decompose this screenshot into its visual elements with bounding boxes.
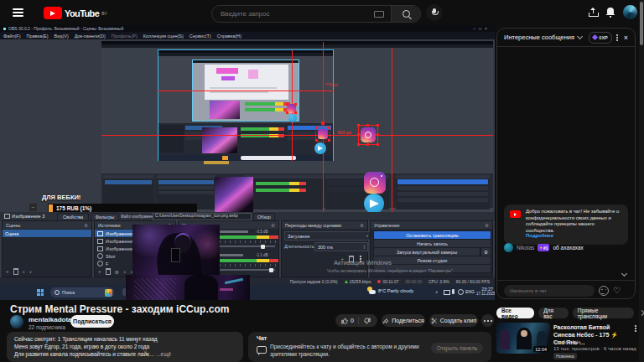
obs-menu-item: Док-панели(D) bbox=[75, 34, 106, 39]
instagram-source-selected bbox=[358, 125, 378, 145]
overlay-webcam-label: ДЛЯ ВЕБКИ! bbox=[42, 194, 80, 201]
related-video-menu-icon[interactable] bbox=[634, 324, 637, 333]
obs-menu-item: Справка(H) bbox=[217, 34, 242, 39]
instagram-icon-selected bbox=[315, 127, 330, 142]
emoji-icon[interactable] bbox=[599, 286, 609, 296]
youtube-region-label: BY bbox=[101, 11, 107, 16]
chat-welcome-more-link[interactable]: Подробнее bbox=[526, 233, 553, 238]
telegram-icon bbox=[288, 114, 297, 122]
chat-menu-icon[interactable] bbox=[615, 34, 619, 42]
user-avatar[interactable] bbox=[623, 5, 637, 19]
guide-distance-label: 775 px bbox=[325, 82, 338, 87]
video-player[interactable]: OBS 30.0.2 - Профиль: Безымянный - Сцены… bbox=[0, 25, 495, 300]
obs-menu-item: Коллекция сцен(S) bbox=[143, 34, 184, 39]
obs-window-title: OBS 30.0.2 - Профиль: Безымянный - Сцены… bbox=[8, 26, 123, 31]
upload-icon[interactable] bbox=[589, 8, 599, 17]
thumbs-down-icon bbox=[364, 318, 371, 324]
hamburger-menu-icon[interactable] bbox=[13, 8, 23, 17]
transition-select: Затухание▾ bbox=[284, 231, 371, 240]
obs-menu-item: Профиль(P) bbox=[112, 34, 138, 39]
chat-header: Интересные сообщения 0XP × bbox=[497, 28, 635, 47]
youtube-play-icon bbox=[44, 7, 62, 19]
chat-scroll-down-icon[interactable] bbox=[621, 271, 627, 277]
voice-search-button[interactable] bbox=[426, 4, 443, 21]
guide-line-vertical bbox=[392, 48, 392, 212]
open-chat-panel-button[interactable]: Открыть панель bbox=[431, 343, 483, 354]
dislike-button[interactable] bbox=[359, 318, 376, 324]
chip-all-videos[interactable]: Все видео bbox=[496, 308, 534, 318]
donation-goal-text: 175 RUB (1%) bbox=[56, 205, 91, 211]
scrollbar-thumb[interactable] bbox=[640, 2, 643, 45]
related-filter-chips: Все видео Для вас Прямые трансляции bbox=[496, 308, 644, 318]
channel-name[interactable]: mentalkadota1 bbox=[29, 316, 75, 323]
related-video-item[interactable]: 12:04 Расколотая Битвой Синева Небес - 1… bbox=[496, 323, 637, 360]
share-button[interactable]: Поделиться bbox=[382, 314, 425, 327]
star-icon: ★ bbox=[539, 246, 543, 250]
like-count: 0 bbox=[351, 318, 354, 323]
channel-avatar[interactable] bbox=[10, 315, 23, 328]
subscribe-button[interactable]: Подписаться bbox=[70, 315, 114, 328]
chat-close-icon[interactable]: × bbox=[624, 34, 628, 42]
like-button[interactable]: 0 bbox=[337, 318, 358, 324]
more-actions-button[interactable] bbox=[481, 314, 494, 327]
webcam-window-bottom bbox=[126, 275, 250, 300]
taskbar-search-highlight-icon bbox=[105, 289, 112, 297]
create-clip-button[interactable]: Создать клип bbox=[429, 314, 478, 327]
dropped-frames: Пропуск кадров 0 (0.0%) bbox=[290, 279, 338, 284]
windows-activation-watermark: Активация Windows bbox=[334, 259, 392, 266]
chat-message: Nikolas ★ #1 об ахахахах bbox=[504, 243, 584, 252]
guide-line-horizontal bbox=[101, 135, 493, 136]
search-bar bbox=[211, 5, 421, 23]
chat-author-badge: ★ #1 bbox=[538, 244, 549, 251]
chat-welcome-text: Добро пожаловать в чат! Не забывайте о к… bbox=[526, 209, 623, 234]
chat-author-name[interactable]: Nikolas bbox=[517, 245, 534, 251]
new-badge: Новинка bbox=[553, 353, 577, 359]
youtube-logo-text: YouTube bbox=[65, 8, 99, 18]
keyboard-icon[interactable] bbox=[374, 11, 384, 18]
mixer-level-label: -1.1 dB bbox=[256, 253, 268, 257]
chat-input-row: ♡ bbox=[504, 285, 630, 297]
like-dislike-buttons: 0 bbox=[335, 314, 377, 327]
chips-scroll-right-icon[interactable] bbox=[639, 310, 644, 316]
guide-distance-label: 423 px bbox=[337, 130, 351, 135]
chat-teaser-text: Присоединяйтесь к чату и общайтесь с авт… bbox=[270, 344, 429, 359]
telegram-icon bbox=[364, 194, 384, 214]
search-button[interactable] bbox=[391, 6, 420, 22]
xp-badge[interactable]: 0XP bbox=[589, 32, 611, 44]
related-video-meta: 13 тыс. просмотров · 6 часов назад bbox=[553, 346, 636, 351]
chip-for-you[interactable]: Для вас bbox=[538, 308, 569, 318]
search-input[interactable] bbox=[212, 10, 374, 18]
chevron-down-icon[interactable] bbox=[577, 34, 583, 39]
description-more-link[interactable]: ...ещё bbox=[156, 351, 171, 357]
scene-item: Сцена bbox=[3, 230, 91, 237]
rec-timer: 00:00:00 bbox=[405, 279, 421, 284]
scissors-icon bbox=[431, 318, 438, 324]
channel-subscribers: 22 подписчика bbox=[29, 324, 65, 330]
related-video-channel[interactable]: KinoMix Lite bbox=[553, 339, 581, 344]
description-box[interactable]: Сейчас смотрят: 1 Трансляция началась 11… bbox=[7, 332, 243, 362]
obs-menu-item: Вид(V) bbox=[54, 34, 68, 39]
chat-teaser-title: Чат bbox=[257, 335, 267, 341]
chat-input[interactable] bbox=[504, 285, 595, 297]
obs-mini-webcam bbox=[215, 177, 253, 212]
share-icon bbox=[382, 318, 389, 324]
obs-title-bar: OBS 30.0.2 - Профиль: Безымянный - Сцены… bbox=[0, 25, 495, 32]
taskbar-weather: 8°C Partly cloudy bbox=[367, 287, 413, 295]
taskbar-language: ENG bbox=[465, 289, 475, 294]
live-chat-panel: Интересные сообщения 0XP × Добро пожалов… bbox=[496, 28, 636, 299]
telegram-icon bbox=[314, 142, 326, 154]
obs-menu-item: Сервис(T) bbox=[190, 34, 211, 39]
taskbar-search: Поиск bbox=[50, 287, 114, 297]
video-duration-badge: 12:04 bbox=[533, 346, 548, 352]
chip-live-streams[interactable]: Прямые трансляции bbox=[573, 308, 634, 318]
obs-recursive-capture-l2 bbox=[158, 49, 334, 161]
notifications-bell-icon[interactable] bbox=[606, 7, 616, 18]
youtube-play-icon bbox=[510, 210, 521, 218]
chat-message-text: об ахахахах bbox=[553, 245, 583, 251]
youtube-logo[interactable]: YouTube BY bbox=[44, 7, 107, 19]
related-thumbnail[interactable]: 12:04 bbox=[496, 323, 550, 354]
chat-author-avatar[interactable] bbox=[504, 243, 513, 252]
heart-icon[interactable]: ♡ bbox=[613, 287, 621, 295]
video-title: Стрим Mental Pressure - заходим iCCup.co… bbox=[10, 303, 229, 315]
chat-mode-selector[interactable]: Интересные сообщения bbox=[504, 34, 574, 41]
